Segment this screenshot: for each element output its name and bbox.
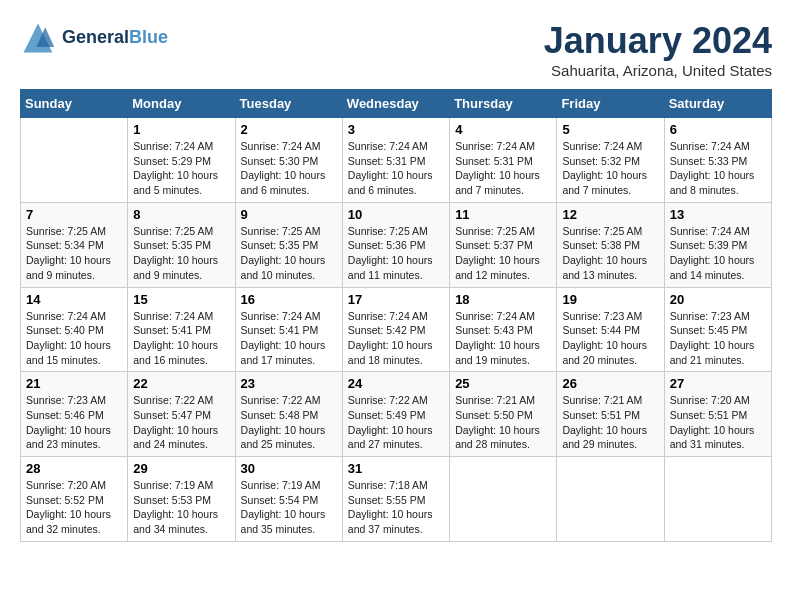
day-info: Sunrise: 7:25 AMSunset: 5:38 PMDaylight:… xyxy=(562,224,658,283)
calendar-cell: 11Sunrise: 7:25 AMSunset: 5:37 PMDayligh… xyxy=(450,202,557,287)
calendar-cell: 31Sunrise: 7:18 AMSunset: 5:55 PMDayligh… xyxy=(342,457,449,542)
header-day: Monday xyxy=(128,90,235,118)
calendar-cell: 27Sunrise: 7:20 AMSunset: 5:51 PMDayligh… xyxy=(664,372,771,457)
day-number: 15 xyxy=(133,292,229,307)
calendar-body: 1Sunrise: 7:24 AMSunset: 5:29 PMDaylight… xyxy=(21,118,772,542)
day-info: Sunrise: 7:19 AMSunset: 5:53 PMDaylight:… xyxy=(133,478,229,537)
logo: GeneralBlue xyxy=(20,20,168,56)
day-info: Sunrise: 7:22 AMSunset: 5:47 PMDaylight:… xyxy=(133,393,229,452)
day-info: Sunrise: 7:24 AMSunset: 5:39 PMDaylight:… xyxy=(670,224,766,283)
header-day: Wednesday xyxy=(342,90,449,118)
day-number: 12 xyxy=(562,207,658,222)
calendar-cell: 21Sunrise: 7:23 AMSunset: 5:46 PMDayligh… xyxy=(21,372,128,457)
calendar-cell: 26Sunrise: 7:21 AMSunset: 5:51 PMDayligh… xyxy=(557,372,664,457)
day-number: 7 xyxy=(26,207,122,222)
day-number: 21 xyxy=(26,376,122,391)
day-number: 10 xyxy=(348,207,444,222)
day-number: 23 xyxy=(241,376,337,391)
calendar-cell: 14Sunrise: 7:24 AMSunset: 5:40 PMDayligh… xyxy=(21,287,128,372)
calendar-table: SundayMondayTuesdayWednesdayThursdayFrid… xyxy=(20,89,772,542)
day-number: 11 xyxy=(455,207,551,222)
location-subtitle: Sahuarita, Arizona, United States xyxy=(544,62,772,79)
day-info: Sunrise: 7:25 AMSunset: 5:36 PMDaylight:… xyxy=(348,224,444,283)
header-day: Tuesday xyxy=(235,90,342,118)
day-info: Sunrise: 7:24 AMSunset: 5:41 PMDaylight:… xyxy=(241,309,337,368)
day-number: 29 xyxy=(133,461,229,476)
day-number: 3 xyxy=(348,122,444,137)
day-info: Sunrise: 7:25 AMSunset: 5:35 PMDaylight:… xyxy=(241,224,337,283)
day-info: Sunrise: 7:23 AMSunset: 5:45 PMDaylight:… xyxy=(670,309,766,368)
title-block: January 2024 Sahuarita, Arizona, United … xyxy=(544,20,772,79)
calendar-cell: 18Sunrise: 7:24 AMSunset: 5:43 PMDayligh… xyxy=(450,287,557,372)
calendar-cell: 4Sunrise: 7:24 AMSunset: 5:31 PMDaylight… xyxy=(450,118,557,203)
calendar-cell: 3Sunrise: 7:24 AMSunset: 5:31 PMDaylight… xyxy=(342,118,449,203)
day-number: 14 xyxy=(26,292,122,307)
day-number: 2 xyxy=(241,122,337,137)
calendar-cell: 29Sunrise: 7:19 AMSunset: 5:53 PMDayligh… xyxy=(128,457,235,542)
logo-text: GeneralBlue xyxy=(62,28,168,48)
day-info: Sunrise: 7:24 AMSunset: 5:31 PMDaylight:… xyxy=(348,139,444,198)
day-info: Sunrise: 7:24 AMSunset: 5:29 PMDaylight:… xyxy=(133,139,229,198)
day-info: Sunrise: 7:22 AMSunset: 5:49 PMDaylight:… xyxy=(348,393,444,452)
calendar-week-row: 1Sunrise: 7:24 AMSunset: 5:29 PMDaylight… xyxy=(21,118,772,203)
day-number: 9 xyxy=(241,207,337,222)
calendar-cell: 6Sunrise: 7:24 AMSunset: 5:33 PMDaylight… xyxy=(664,118,771,203)
calendar-cell: 19Sunrise: 7:23 AMSunset: 5:44 PMDayligh… xyxy=(557,287,664,372)
day-number: 16 xyxy=(241,292,337,307)
day-info: Sunrise: 7:22 AMSunset: 5:48 PMDaylight:… xyxy=(241,393,337,452)
calendar-week-row: 7Sunrise: 7:25 AMSunset: 5:34 PMDaylight… xyxy=(21,202,772,287)
calendar-cell: 7Sunrise: 7:25 AMSunset: 5:34 PMDaylight… xyxy=(21,202,128,287)
day-number: 22 xyxy=(133,376,229,391)
day-info: Sunrise: 7:23 AMSunset: 5:44 PMDaylight:… xyxy=(562,309,658,368)
day-number: 31 xyxy=(348,461,444,476)
calendar-cell: 23Sunrise: 7:22 AMSunset: 5:48 PMDayligh… xyxy=(235,372,342,457)
day-info: Sunrise: 7:24 AMSunset: 5:30 PMDaylight:… xyxy=(241,139,337,198)
day-info: Sunrise: 7:20 AMSunset: 5:52 PMDaylight:… xyxy=(26,478,122,537)
day-number: 18 xyxy=(455,292,551,307)
day-info: Sunrise: 7:25 AMSunset: 5:37 PMDaylight:… xyxy=(455,224,551,283)
day-info: Sunrise: 7:25 AMSunset: 5:34 PMDaylight:… xyxy=(26,224,122,283)
header-day: Sunday xyxy=(21,90,128,118)
calendar-cell: 13Sunrise: 7:24 AMSunset: 5:39 PMDayligh… xyxy=(664,202,771,287)
day-info: Sunrise: 7:24 AMSunset: 5:40 PMDaylight:… xyxy=(26,309,122,368)
calendar-cell: 8Sunrise: 7:25 AMSunset: 5:35 PMDaylight… xyxy=(128,202,235,287)
day-info: Sunrise: 7:18 AMSunset: 5:55 PMDaylight:… xyxy=(348,478,444,537)
calendar-week-row: 14Sunrise: 7:24 AMSunset: 5:40 PMDayligh… xyxy=(21,287,772,372)
calendar-cell: 28Sunrise: 7:20 AMSunset: 5:52 PMDayligh… xyxy=(21,457,128,542)
day-info: Sunrise: 7:20 AMSunset: 5:51 PMDaylight:… xyxy=(670,393,766,452)
day-info: Sunrise: 7:24 AMSunset: 5:32 PMDaylight:… xyxy=(562,139,658,198)
day-number: 26 xyxy=(562,376,658,391)
day-number: 25 xyxy=(455,376,551,391)
header-day: Saturday xyxy=(664,90,771,118)
calendar-cell: 1Sunrise: 7:24 AMSunset: 5:29 PMDaylight… xyxy=(128,118,235,203)
calendar-header: SundayMondayTuesdayWednesdayThursdayFrid… xyxy=(21,90,772,118)
day-number: 27 xyxy=(670,376,766,391)
day-info: Sunrise: 7:21 AMSunset: 5:50 PMDaylight:… xyxy=(455,393,551,452)
calendar-week-row: 28Sunrise: 7:20 AMSunset: 5:52 PMDayligh… xyxy=(21,457,772,542)
day-info: Sunrise: 7:23 AMSunset: 5:46 PMDaylight:… xyxy=(26,393,122,452)
day-info: Sunrise: 7:24 AMSunset: 5:41 PMDaylight:… xyxy=(133,309,229,368)
day-number: 24 xyxy=(348,376,444,391)
calendar-cell: 12Sunrise: 7:25 AMSunset: 5:38 PMDayligh… xyxy=(557,202,664,287)
day-number: 8 xyxy=(133,207,229,222)
day-number: 20 xyxy=(670,292,766,307)
day-number: 1 xyxy=(133,122,229,137)
day-number: 30 xyxy=(241,461,337,476)
calendar-cell: 30Sunrise: 7:19 AMSunset: 5:54 PMDayligh… xyxy=(235,457,342,542)
month-title: January 2024 xyxy=(544,20,772,62)
calendar-cell: 9Sunrise: 7:25 AMSunset: 5:35 PMDaylight… xyxy=(235,202,342,287)
calendar-cell xyxy=(557,457,664,542)
calendar-cell: 20Sunrise: 7:23 AMSunset: 5:45 PMDayligh… xyxy=(664,287,771,372)
calendar-cell xyxy=(450,457,557,542)
calendar-cell: 5Sunrise: 7:24 AMSunset: 5:32 PMDaylight… xyxy=(557,118,664,203)
calendar-cell: 15Sunrise: 7:24 AMSunset: 5:41 PMDayligh… xyxy=(128,287,235,372)
calendar-cell: 24Sunrise: 7:22 AMSunset: 5:49 PMDayligh… xyxy=(342,372,449,457)
page-header: GeneralBlue January 2024 Sahuarita, Ariz… xyxy=(20,20,772,79)
day-info: Sunrise: 7:24 AMSunset: 5:42 PMDaylight:… xyxy=(348,309,444,368)
day-number: 13 xyxy=(670,207,766,222)
day-number: 5 xyxy=(562,122,658,137)
day-info: Sunrise: 7:24 AMSunset: 5:43 PMDaylight:… xyxy=(455,309,551,368)
day-number: 17 xyxy=(348,292,444,307)
calendar-week-row: 21Sunrise: 7:23 AMSunset: 5:46 PMDayligh… xyxy=(21,372,772,457)
day-info: Sunrise: 7:21 AMSunset: 5:51 PMDaylight:… xyxy=(562,393,658,452)
